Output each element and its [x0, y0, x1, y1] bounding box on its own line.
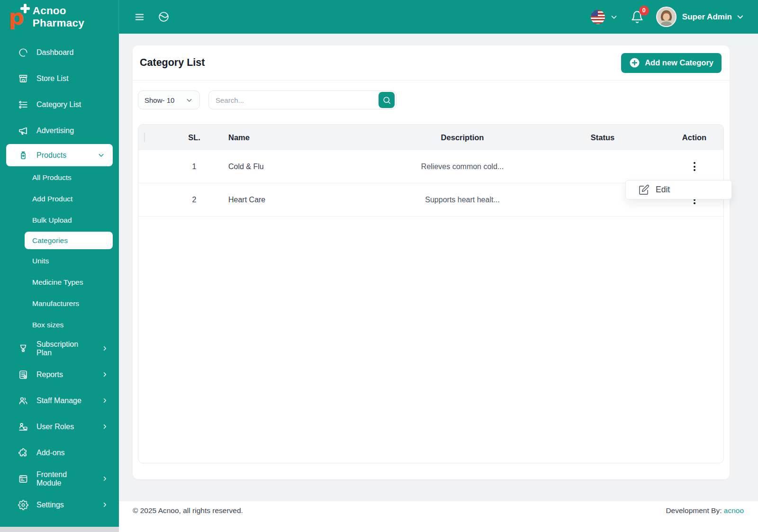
sidebar-item-store-list[interactable]: Store List — [0, 65, 119, 91]
puzzle-icon — [18, 448, 28, 458]
report-icon — [18, 370, 28, 380]
brand[interactable]: p Acnoo Pharmacy — [0, 0, 119, 34]
language-chevron-down-icon[interactable] — [610, 13, 618, 21]
row-actions-menu-button[interactable] — [689, 159, 700, 174]
hamburger-menu-icon[interactable] — [133, 12, 146, 22]
sidebar-subitem-categories-active[interactable]: Categories — [25, 232, 113, 249]
column-header-sl: SL. — [188, 133, 200, 142]
column-header-name: Name — [227, 133, 384, 142]
sidebar-item-settings[interactable]: Settings — [0, 492, 119, 518]
main-content: Category List Add new Category Show- 10 — [119, 34, 758, 501]
plus-circle-icon — [629, 57, 640, 68]
search-icon — [382, 96, 391, 105]
search-box — [208, 90, 397, 109]
cell-description: Supports heart healt... — [384, 196, 541, 204]
dashboard-icon — [18, 47, 28, 58]
sidebar-bottom-gap — [0, 527, 119, 532]
user-menu-chevron-down-icon[interactable] — [736, 12, 745, 21]
notification-count-badge: 0 — [639, 6, 649, 16]
users-icon — [18, 396, 28, 406]
column-header-status: Status — [591, 133, 614, 142]
notifications-button[interactable]: 0 — [631, 10, 644, 24]
edit-menu-item[interactable]: Edit — [625, 180, 732, 199]
cell-description: Relieves common cold... — [384, 162, 541, 171]
category-list-icon — [18, 99, 28, 110]
copyright-text: © 2025 Acnoo, all rights reserved. — [133, 506, 243, 515]
user-role-icon — [18, 422, 28, 432]
column-header-description: Description — [384, 133, 541, 142]
topbar: p Acnoo Pharmacy 0 Super — [0, 0, 758, 34]
sidebar-subitem-medicine-types[interactable]: Medicine Types — [0, 271, 119, 293]
sidebar-item-reports[interactable]: Reports — [0, 361, 119, 388]
sidebar-item-advertising[interactable]: Advertising — [0, 117, 119, 144]
sidebar-subitem-box-sizes[interactable]: Box sizes — [0, 314, 119, 335]
sidebar-subitem-bulk-upload[interactable]: Bulk Upload — [0, 209, 119, 231]
edit-pencil-icon — [639, 184, 650, 195]
page-title: Category List — [140, 57, 205, 69]
sidebar-item-add-ons[interactable]: Add-ons — [0, 440, 119, 466]
acnoo-link[interactable]: acnoo — [724, 506, 744, 514]
sidebar-item-staff-manage[interactable]: Staff Manage — [0, 388, 119, 414]
sidebar-item-user-roles[interactable]: User Roles — [0, 414, 119, 440]
chevron-right-icon — [101, 423, 108, 430]
category-table: SL. Name Description Status Action 1 Col… — [138, 124, 724, 463]
sidebar-subitem-units[interactable]: Units — [0, 250, 119, 271]
show-entries-select[interactable]: Show- 10 — [138, 90, 200, 109]
megaphone-icon — [18, 126, 28, 136]
chevron-right-icon — [101, 501, 108, 508]
cell-name: Heart Care — [227, 196, 384, 204]
search-button[interactable] — [379, 92, 395, 108]
sidebar-item-category-list[interactable]: Category List — [0, 91, 119, 117]
sidebar-subitem-all-products[interactable]: All Products — [0, 167, 119, 188]
sidebar-subitem-manufacturers[interactable]: Manufacturers — [0, 293, 119, 314]
products-icon — [18, 150, 28, 161]
chevron-right-icon — [101, 371, 108, 378]
cell-name: Cold & Flu — [227, 162, 384, 171]
user-name[interactable]: Super Admin — [682, 12, 732, 22]
cell-sl: 1 — [192, 162, 197, 171]
footer: © 2025 Acnoo, all rights reserved. Devel… — [119, 501, 758, 532]
user-avatar[interactable] — [656, 7, 677, 27]
add-new-category-button[interactable]: Add new Category — [621, 53, 722, 73]
medal-icon — [18, 343, 28, 354]
sidebar-item-products[interactable]: Products — [6, 144, 113, 166]
developer-credit: Development By: acnoo — [666, 506, 744, 515]
sidebar-item-frontend-module[interactable]: Frontend Module — [0, 466, 119, 492]
search-input[interactable] — [209, 96, 379, 104]
sidebar-subitem-add-product[interactable]: Add Product — [0, 188, 119, 209]
gear-icon — [18, 500, 28, 510]
chevron-down-icon — [185, 96, 193, 104]
acnoo-logo-icon: p — [9, 4, 29, 30]
category-list-card: Category List Add new Category Show- 10 — [133, 45, 730, 479]
sidebar: Dashboard Store List Category List Adver… — [0, 34, 119, 527]
chevron-right-icon — [101, 475, 108, 482]
chevron-right-icon — [101, 397, 108, 404]
sidebar-item-subscription-plan[interactable]: Subscription Plan — [0, 335, 119, 361]
cell-sl: 2 — [192, 196, 197, 204]
language-flag-us[interactable] — [591, 10, 605, 24]
store-icon — [18, 73, 28, 84]
browser-window-icon — [18, 474, 28, 484]
chevron-down-icon — [97, 151, 105, 159]
table-row: 1 Cold & Flu Relieves common cold... — [138, 150, 723, 183]
select-all-checkbox[interactable] — [144, 133, 145, 142]
table-header-row: SL. Name Description Status Action — [138, 125, 723, 150]
sidebar-item-dashboard[interactable]: Dashboard — [0, 39, 119, 65]
globe-icon[interactable] — [158, 11, 170, 23]
column-header-action: Action — [682, 133, 706, 142]
brand-name: Acnoo Pharmacy — [33, 5, 118, 29]
chevron-right-icon — [101, 345, 108, 352]
